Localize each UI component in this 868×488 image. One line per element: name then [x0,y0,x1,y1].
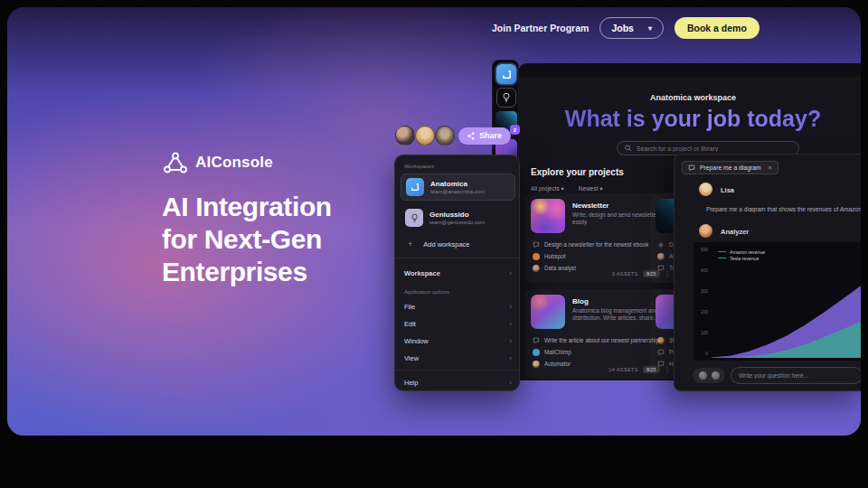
project-item-label: Hubspot [544,253,565,259]
workspace-title: Anatomica workspace [518,93,861,102]
headline-line-1: AI Integration [162,191,332,223]
chart-y-axis: 500 400 300 200 100 0 [695,248,708,356]
chat-icon [657,349,665,356]
application-options-label: Application options [404,289,449,295]
divider [395,370,519,371]
legend-swatch-tesla [718,258,726,259]
workspace-menu-panel: Workspaces Anatomica team@anatomica.com … [394,155,520,391]
project-item-label: Automator [544,361,571,367]
chat-icon [533,337,540,344]
project-item-label: Data analyst [544,265,576,271]
menu-item-window[interactable]: Window › [404,334,512,347]
hero-card: Join Partner Program Jobs ▾ Book a demo … [7,7,861,436]
filter-newest[interactable]: Newest ▾ [579,185,603,192]
lightbulb-icon [502,92,511,103]
workspace-email: team@anatomica.com [430,188,485,195]
blog-thumbnail [531,295,565,329]
collaborators: Share [395,126,511,145]
rail-anatomica-icon[interactable] [496,64,516,84]
project-name: Blog [572,297,589,305]
divider [395,258,519,258]
app-titlebar [518,63,861,77]
workspace-name: Geniussido [429,211,485,219]
aiconsole-logo-icon [164,152,187,174]
collaborator-avatar[interactable] [395,126,415,145]
y-tick: 0 [695,352,708,356]
project-item-label: MailChimp [544,349,571,355]
add-workspace-label: Add workspace [423,240,469,249]
y-tick: 100 [695,331,708,335]
chevron-right-icon: › [509,379,512,387]
jobs-label: Jobs [611,23,634,33]
user-avatar [699,183,712,196]
top-nav: Join Partner Program Jobs ▾ Book a demo [492,17,760,39]
menu-item-view[interactable]: View › [404,352,512,364]
chevron-right-icon: › [509,269,512,277]
chevron-right-icon: › [509,354,512,362]
partner-program-link[interactable]: Join Partner Program [492,23,589,33]
y-tick: 300 [695,289,708,294]
reaction-icon[interactable] [699,371,707,380]
chat-icon [657,265,665,272]
menu-item-workspace[interactable]: Workspace › [404,267,512,279]
menu-label: Edit [404,320,416,328]
headline-line-3: Enterprises [162,256,332,288]
project-item-label: Design a newsletter for the newest ebook [544,241,649,248]
chat-icon [688,164,695,172]
search-icon [625,145,632,152]
menu-item-help[interactable]: Help › [404,376,512,389]
workspace-item-geniussido[interactable]: Geniussido team@geniussido.com [401,204,515,231]
share-button[interactable]: Share [458,127,511,145]
filter-all-projects[interactable]: All projects ▾ [531,185,564,192]
chat-icon [533,241,540,249]
assets-count: 14 ASSETS [609,367,638,372]
brand-name: AIConsole [195,154,273,172]
reaction-buttons[interactable] [693,368,725,383]
hubspot-icon [533,253,540,260]
rail-geniussido-icon[interactable] [496,88,516,108]
close-icon[interactable]: ✕ [768,164,772,172]
plus-icon: + [408,239,412,249]
member-avatar [533,265,540,272]
headline-line-2: for Next-Gen [162,223,332,256]
user-message: Prepare me a diagram that shows the reve… [706,206,861,212]
revenue-chart: 500 400 300 200 100 0 Amazon revenue [693,241,861,361]
y-tick: 500 [695,248,708,252]
geniussido-icon [405,209,423,227]
menu-label: Window [404,337,429,345]
bracket-logo-icon [410,183,420,192]
project-name: Newsletter [572,202,609,210]
jobs-dropdown[interactable]: Jobs ▾ [599,17,664,39]
y-tick: 400 [695,268,708,273]
diagram-chip[interactable]: Prepare me a diagram ✕ [682,161,778,174]
mailchimp-icon [533,349,540,356]
main-question: What is your job today? [518,106,861,132]
sparkle-icon [657,241,665,249]
project-item-label: Write the article about our newest partn… [544,337,659,343]
reaction-icon[interactable] [712,371,720,380]
workspace-email: team@geniussido.com [429,219,485,226]
book-demo-button[interactable]: Book a demo [675,17,760,39]
menu-item-edit[interactable]: Edit › [404,317,512,330]
chat-icon [657,361,665,368]
brand: AIConsole [164,152,273,174]
menu-item-file[interactable]: File › [404,300,512,313]
search-input[interactable] [637,145,791,152]
collaborator-avatar[interactable] [435,126,455,145]
share-icon [467,132,475,140]
question-input[interactable] [739,372,854,379]
revenue-chart-svg [712,246,861,358]
bracket-logo-icon [502,70,512,80]
lightbulb-icon [410,213,419,223]
collaborator-avatar[interactable] [415,126,435,145]
assets-count: 3 ASSETS [612,271,638,277]
workspace-rail [492,60,519,170]
member-avatar [657,253,665,260]
headline: AI Integration for Next-Gen Enterprises [162,191,332,288]
menu-label: Help [404,379,418,387]
menu-label: View [404,354,419,362]
add-workspace-button[interactable]: + Add workspace [408,239,470,249]
question-input-wrap [731,367,861,384]
user-name: Lisa [721,186,734,194]
workspace-item-anatomica[interactable]: Anatomica team@anatomica.com [401,174,515,201]
